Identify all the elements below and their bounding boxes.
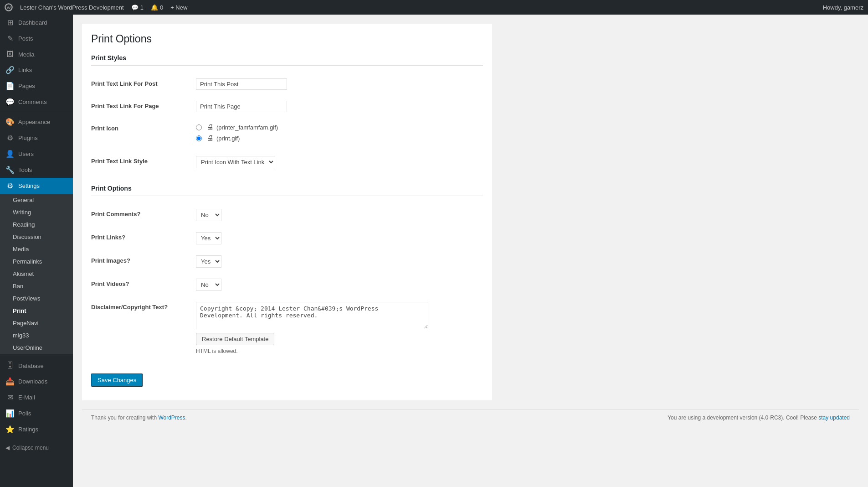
row-text-link-post: Print Text Link For Post <box>91 73 483 95</box>
text-link-page-input[interactable] <box>196 101 287 112</box>
submenu-pagenavi[interactable]: PageNavi <box>0 317 73 329</box>
save-changes-row: Save Changes <box>91 369 483 391</box>
admin-sidebar: ⊞ Dashboard ✎ Posts 🖼 Media 🔗 Links 📄 Pa… <box>0 15 73 487</box>
sidebar-item-comments[interactable]: 💬 Comments <box>0 94 73 110</box>
sidebar-item-downloads[interactable]: 📥 Downloads <box>0 373 73 389</box>
dashboard-icon: ⊞ <box>5 18 15 27</box>
submenu-postviews[interactable]: PostViews <box>0 292 73 305</box>
svg-text:W: W <box>7 5 11 10</box>
print-icon-label: Print Icon <box>91 118 191 150</box>
row-print-icon: Print Icon 🖨 (printer_famfamfam.gif) 🖨 (… <box>91 118 483 150</box>
database-icon: 🗄 <box>5 362 15 370</box>
sidebar-item-pages[interactable]: 📄 Pages <box>0 78 73 94</box>
print-videos-label: Print Videos? <box>91 273 191 296</box>
stay-updated-link[interactable]: stay updated <box>818 414 850 421</box>
submenu-reading[interactable]: Reading <box>0 218 73 231</box>
collapse-icon: ◀ <box>5 445 10 451</box>
radio-printer-famfamfam[interactable] <box>196 124 202 130</box>
collapse-menu-button[interactable]: ◀ Collapse menu <box>0 441 73 455</box>
page-title: Print Options <box>91 33 483 45</box>
plugins-icon: ⚙ <box>5 134 15 142</box>
adminbar-comments[interactable]: 💬 1 <box>131 4 144 11</box>
sidebar-item-appearance[interactable]: 🎨 Appearance <box>0 114 73 130</box>
polls-icon: 📊 <box>5 409 15 418</box>
submenu-ban[interactable]: Ban <box>0 280 73 292</box>
submenu-writing[interactable]: Writing <box>0 206 73 218</box>
text-link-page-label: Print Text Link For Page <box>91 95 191 118</box>
text-link-style-label: Print Text Link Style <box>91 150 191 174</box>
footer-right: You are using a development version (4.0… <box>668 414 850 421</box>
footer-left: Thank you for creating with WordPress. <box>91 414 187 421</box>
row-print-comments: Print Comments? No Yes <box>91 203 483 227</box>
save-changes-button[interactable]: Save Changes <box>91 373 143 387</box>
print-images-select[interactable]: Yes No <box>196 255 221 268</box>
submenu-mig33[interactable]: mig33 <box>0 329 73 342</box>
disclaimer-textarea[interactable]: Copyright &copy; 2014 Lester Chan&#039;s… <box>196 302 428 329</box>
tools-icon: 🔧 <box>5 166 15 174</box>
sidebar-item-dashboard[interactable]: ⊞ Dashboard <box>0 15 73 31</box>
restore-default-button[interactable]: Restore Default Template <box>196 333 274 345</box>
sidebar-item-settings[interactable]: ⚙ Settings <box>0 178 73 194</box>
print-links-label: Print Links? <box>91 227 191 250</box>
row-text-link-style: Print Text Link Style Print Icon With Te… <box>91 150 483 174</box>
adminbar-howdy: Howdy, gamerz <box>823 4 863 11</box>
print-styles-table: Print Text Link For Post Print Text Link… <box>91 73 483 174</box>
ratings-icon: ⭐ <box>5 425 15 434</box>
adminbar-wp-logo[interactable]: W <box>5 3 13 11</box>
wordpress-link[interactable]: WordPress <box>158 414 185 421</box>
radio-option-printer-famfamfam: 🖨 (printer_famfamfam.gif) <box>196 123 478 131</box>
radio-option-print-gif: 🖨 (print.gif) <box>196 134 478 142</box>
submenu-discussion[interactable]: Discussion <box>0 231 73 243</box>
sidebar-item-posts[interactable]: ✎ Posts <box>0 31 73 47</box>
submenu-useronline[interactable]: UserOnline <box>0 342 73 354</box>
sidebar-item-media[interactable]: 🖼 Media <box>0 47 73 62</box>
users-icon: 👤 <box>5 150 15 158</box>
sidebar-item-email[interactable]: ✉ E-Mail <box>0 389 73 405</box>
submenu-permalinks[interactable]: Permalinks <box>0 255 73 268</box>
print-links-select[interactable]: Yes No <box>196 232 221 244</box>
submenu-print[interactable]: Print <box>0 305 73 317</box>
main-content: Print Options Print Styles Print Text Li… <box>73 15 868 487</box>
sidebar-item-links[interactable]: 🔗 Links <box>0 62 73 78</box>
submenu-akismet[interactable]: Akismet <box>0 268 73 280</box>
text-link-post-label: Print Text Link For Post <box>91 73 191 95</box>
settings-submenu: General Writing Reading Discussion Media… <box>0 194 73 354</box>
html-allowed-note: HTML is allowed. <box>196 348 478 354</box>
print-comments-select[interactable]: No Yes <box>196 209 221 221</box>
row-print-links: Print Links? Yes No <box>91 227 483 250</box>
admin-bar: W Lester Chan's WordPress Development 💬 … <box>0 0 868 15</box>
content-wrap: Print Options Print Styles Print Text Li… <box>82 24 492 400</box>
wp-footer: Thank you for creating with WordPress. Y… <box>82 409 859 425</box>
sidebar-item-database[interactable]: 🗄 Database <box>0 358 73 373</box>
print-images-label: Print Images? <box>91 250 191 273</box>
adminbar-site-name[interactable]: Lester Chan's WordPress Development <box>20 4 124 11</box>
sidebar-item-ratings[interactable]: ⭐ Ratings <box>0 421 73 437</box>
submenu-media[interactable]: Media <box>0 243 73 255</box>
sidebar-item-users[interactable]: 👤 Users <box>0 146 73 162</box>
row-print-videos: Print Videos? No Yes <box>91 273 483 296</box>
row-text-link-page: Print Text Link For Page <box>91 95 483 118</box>
row-disclaimer: Disclaimer/Copyright Text? Copyright &co… <box>91 296 483 360</box>
media-icon: 🖼 <box>5 50 15 58</box>
posts-icon: ✎ <box>5 34 15 43</box>
printer-famfamfam-icon: 🖨 <box>206 123 214 131</box>
email-icon: ✉ <box>5 393 15 402</box>
settings-icon: ⚙ <box>5 181 15 190</box>
radio-print-gif[interactable] <box>196 135 202 141</box>
downloads-icon: 📥 <box>5 377 15 386</box>
adminbar-new[interactable]: + New <box>170 4 187 11</box>
links-icon: 🔗 <box>5 66 15 74</box>
sidebar-item-tools[interactable]: 🔧 Tools <box>0 162 73 178</box>
sidebar-item-polls[interactable]: 📊 Polls <box>0 405 73 421</box>
text-link-style-select[interactable]: Print Icon With Text Link Print Icon Onl… <box>196 156 275 168</box>
appearance-icon: 🎨 <box>5 118 15 126</box>
print-options-table: Print Comments? No Yes Print Links? <box>91 203 483 360</box>
submenu-general[interactable]: General <box>0 194 73 206</box>
comments-icon: 💬 <box>5 98 15 106</box>
sidebar-item-plugins[interactable]: ⚙ Plugins <box>0 130 73 146</box>
adminbar-updates[interactable]: 🔔 0 <box>151 4 163 11</box>
pages-icon: 📄 <box>5 82 15 90</box>
text-link-post-input[interactable] <box>196 78 287 90</box>
print-videos-select[interactable]: No Yes <box>196 279 221 291</box>
print-gif-icon: 🖨 <box>206 134 214 142</box>
